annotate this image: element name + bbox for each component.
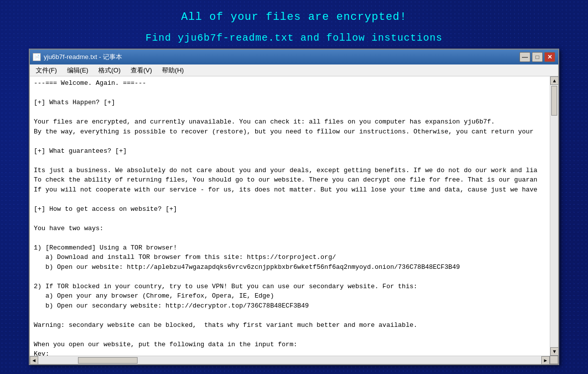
scroll-down-arrow[interactable]: ▼ [550,347,558,356]
notepad-window: 📄 yju6b7f-readme.txt - 记事本 — □ ✕ 文件(F) 编… [29,49,559,365]
title-bar-text: yju6b7f-readme.txt - 记事本 [44,53,122,62]
notepad-icon: 📄 [33,53,41,61]
scroll-up-arrow[interactable]: ▲ [550,76,558,85]
menu-help[interactable]: 帮助(H) [158,65,188,76]
header-line1: All of your files are encrypted! [0,11,588,23]
menu-file[interactable]: 文件(F) [32,65,61,76]
close-button[interactable]: ✕ [544,52,555,62]
title-bar-controls: — □ ✕ [519,52,555,62]
title-bar-left: 📄 yju6b7f-readme.txt - 记事本 [33,53,122,62]
scroll-thumb-horizontal[interactable] [78,357,138,364]
horizontal-scrollbar[interactable]: ◄ ► [30,356,550,364]
scroll-thumb-vertical[interactable] [551,86,557,116]
minimize-button[interactable]: — [519,52,530,62]
bottom-bar: ◄ ► [30,356,558,364]
menu-view[interactable]: 查看(V) [127,65,156,76]
maximize-button[interactable]: □ [532,52,543,62]
header-line2: Find yju6b7f-readme.txt and follow instu… [0,32,588,44]
scroll-track-vertical[interactable] [550,85,558,347]
content-area: ---=== Welcome. Again. ===--- [+] Whats … [30,76,558,356]
vertical-scrollbar[interactable]: ▲ ▼ [550,76,558,356]
header-section: All of your files are encrypted! Find yj… [0,0,588,44]
menu-edit[interactable]: 编辑(E) [63,65,92,76]
menu-bar: 文件(F) 编辑(E) 格式(O) 查看(V) 帮助(H) [30,64,558,76]
menu-format[interactable]: 格式(O) [94,65,125,76]
scroll-right-arrow[interactable]: ► [541,356,550,365]
scroll-left-arrow[interactable]: ◄ [30,356,38,365]
scroll-track-horizontal[interactable] [38,356,541,364]
title-bar: 📄 yju6b7f-readme.txt - 记事本 — □ ✕ [30,50,558,64]
text-content[interactable]: ---=== Welcome. Again. ===--- [+] Whats … [30,76,550,356]
scrollbar-corner [550,356,558,364]
